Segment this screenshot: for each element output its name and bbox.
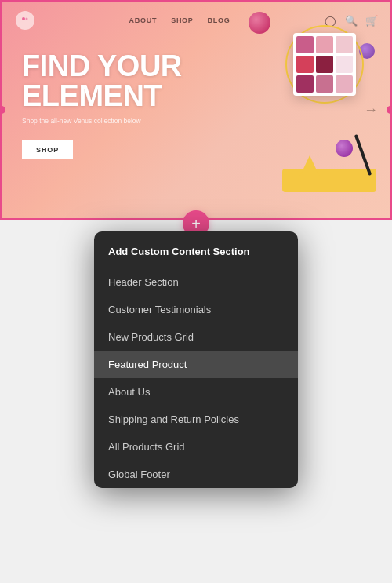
hero-headline: FIND YOUR ELEMENT: [22, 51, 182, 111]
dropdown-item-shipping-and-return-policies[interactable]: Shipping and Return Policies: [94, 406, 298, 433]
dropdown-title: Add Custom Content Section: [108, 246, 250, 257]
plus-icon: +: [191, 216, 201, 231]
dropdown-header: Add Custom Content Section: [94, 231, 298, 268]
palette-grid: [293, 33, 356, 96]
deco-triangle: [298, 155, 321, 180]
dropdown-item-featured-product[interactable]: Featured Product: [94, 351, 298, 378]
nav-shop: SHOP: [171, 16, 193, 24]
palette-cell: [316, 36, 333, 53]
palette-cell: [336, 56, 353, 73]
hero-text: FIND YOUR ELEMENT Shop the all-new Venus…: [22, 51, 182, 159]
nav-links: ABOUT SHOP BLOG: [129, 16, 230, 24]
palette-cell: [336, 75, 353, 93]
dropdown-item-header-section[interactable]: Header Section: [94, 268, 298, 296]
palette-cell: [316, 75, 333, 93]
dropdown-item-customer-testimonials[interactable]: Customer Testimonials: [94, 296, 298, 323]
website-preview: ABOUT SHOP BLOG ◯ 🔍 🛒 FIND YOUR ELEMENT …: [0, 0, 392, 220]
svg-point-1: [26, 18, 28, 20]
shop-button[interactable]: SHOP: [22, 140, 73, 159]
deco-platform: [282, 169, 376, 192]
palette-cell: [336, 36, 353, 53]
dropdown-item-new-products-grid[interactable]: New Products Grid: [94, 323, 298, 351]
hero-subtext: Shop the all-new Venus collection below: [22, 117, 147, 126]
nav-logo: [16, 11, 34, 30]
palette-cell: [296, 75, 314, 93]
dropdown-item-about-us[interactable]: About Us: [94, 378, 298, 406]
palette-cell: [316, 56, 333, 73]
deco-sphere-pink: [249, 12, 270, 34]
palette-cell: [296, 56, 314, 73]
svg-point-0: [22, 17, 25, 20]
add-section-dropdown: Add Custom Content Section Header Sectio…: [94, 231, 298, 488]
dropdown-item-all-products-grid[interactable]: All Products Grid: [94, 433, 298, 461]
nav-blog: BLOG: [208, 16, 230, 24]
deco-sphere-violet: [336, 140, 353, 157]
dropdown-item-global-footer[interactable]: Global Footer: [94, 461, 298, 488]
deco-palette: [282, 24, 368, 110]
palette-cell: [296, 36, 314, 53]
nav-about: ABOUT: [129, 16, 158, 24]
